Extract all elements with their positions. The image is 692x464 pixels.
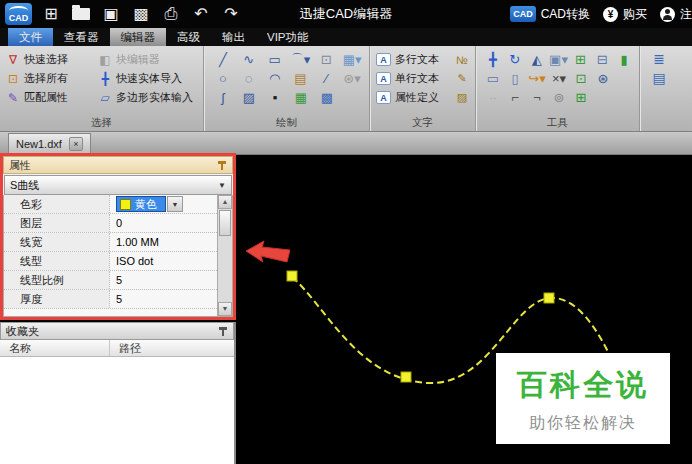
polyline-icon[interactable]: ⌒▾ xyxy=(287,50,313,69)
array-icon[interactable]: ⊟ xyxy=(591,50,613,69)
property-row-layer[interactable]: 图层 0 xyxy=(4,214,217,233)
fillet-icon[interactable]: ⌐ xyxy=(504,88,526,107)
property-row-color[interactable]: 色彩 黄色 ▼ xyxy=(4,195,217,214)
offset-icon[interactable]: ▣▾ xyxy=(548,50,570,69)
annotate-icon[interactable]: ▨ xyxy=(453,91,471,104)
image-insert-icon[interactable]: ▦▾ xyxy=(339,50,365,69)
menubar: 文件 查看器 编辑器 高级 输出 VIP功能 xyxy=(0,28,692,46)
copy-icon[interactable]: ⊞ xyxy=(569,50,591,69)
color-dropdown-icon[interactable]: ▼ xyxy=(167,196,183,212)
menu-file[interactable]: 文件 xyxy=(8,28,53,46)
tab-close-icon[interactable]: × xyxy=(69,137,83,151)
property-label: 图层 xyxy=(4,214,110,232)
raster-image-icon[interactable]: ▦ xyxy=(288,88,314,107)
properties-scrollbar[interactable]: ▲ ▼ xyxy=(217,195,232,316)
layers-icon[interactable]: ≣ xyxy=(646,50,672,69)
bound-rect-icon[interactable]: ▯ xyxy=(504,69,526,88)
document-tab[interactable]: New1.dxf × xyxy=(8,133,91,154)
chamfer-icon[interactable]: ¬ xyxy=(526,88,548,107)
pick-icon[interactable]: ↪▾ xyxy=(526,69,548,88)
circle-icon[interactable]: ○ xyxy=(210,69,236,88)
layer-list-icon[interactable]: ▤ xyxy=(646,69,672,88)
singleline-text-button[interactable]: A 单行文本 xyxy=(376,71,453,86)
quick-entity-import-button[interactable]: ╋ 快速实体导入 xyxy=(98,69,199,88)
register-button[interactable]: 注册 xyxy=(660,6,692,23)
pin-icon[interactable] xyxy=(217,160,227,171)
ribbon-group-layers: ≣ ▤ xyxy=(640,46,692,131)
menu-viewer[interactable]: 查看器 xyxy=(53,28,110,46)
point-style-icon[interactable]: ∙∙ xyxy=(482,88,504,107)
entity-type-dropdown[interactable]: S曲线 ▼ xyxy=(4,175,232,195)
block-icon[interactable]: ⊡ xyxy=(313,50,339,69)
trim-icon[interactable]: ×▾ xyxy=(548,69,570,88)
property-row-linetype-scale[interactable]: 线型比例 5 xyxy=(4,271,217,290)
block-editor-button[interactable]: ◧ 块编辑器 xyxy=(98,50,199,69)
new-file-icon[interactable]: ⊞ xyxy=(40,1,62,27)
group-icon[interactable]: ⊚ xyxy=(548,88,570,107)
base-rect-icon[interactable]: ▭ xyxy=(482,69,504,88)
copy-object-icon[interactable]: ⊡ xyxy=(570,69,592,88)
rotate-copy-icon[interactable]: ⊛ xyxy=(592,69,614,88)
rotate-icon[interactable]: ↻ xyxy=(504,50,526,69)
line-icon[interactable]: ╱ xyxy=(210,50,236,69)
select-all-button[interactable]: ⊡ 选择所有 xyxy=(6,69,94,88)
ellipse-icon[interactable]: ◌ xyxy=(236,69,262,88)
scroll-up-icon[interactable]: ▲ xyxy=(218,195,232,209)
menu-advanced[interactable]: 高级 xyxy=(166,28,211,46)
insert-block-icon[interactable]: ▤ xyxy=(287,69,313,88)
construction-line-icon[interactable]: ∕ xyxy=(313,69,339,88)
property-row-linetype[interactable]: 线型 ISO dot xyxy=(4,252,217,271)
add-table-icon[interactable]: ⊞ xyxy=(570,88,592,107)
ribbon-group-select: ∇ 快速选择 ⊡ 选择所有 ✎ 匹配属性 ◧ 块编辑器 ╋ 快速实体导入 xyxy=(0,46,204,131)
spline-icon[interactable]: ʃ xyxy=(210,88,236,107)
pin-icon[interactable] xyxy=(218,326,228,337)
property-value: 5 xyxy=(110,271,217,289)
favorites-title: 收藏夹 xyxy=(6,324,39,339)
menu-vip[interactable]: VIP功能 xyxy=(256,28,320,46)
match-properties-button[interactable]: ✎ 匹配属性 xyxy=(6,88,94,107)
table-icon[interactable]: ▩ xyxy=(314,88,340,107)
save-icon[interactable]: ▣ xyxy=(100,1,122,27)
undo-icon[interactable]: ↶ xyxy=(190,1,212,27)
scrollbar-thumb[interactable] xyxy=(219,210,231,236)
rectangle-icon[interactable]: ▭ xyxy=(262,50,288,69)
property-label: 色彩 xyxy=(4,195,110,213)
polygon-entity-input-button[interactable]: ▱ 多边形实体输入 xyxy=(98,88,199,107)
ribbon: ∇ 快速选择 ⊡ 选择所有 ✎ 匹配属性 ◧ 块编辑器 ╋ 快速实体导入 xyxy=(0,46,692,132)
ribbon-group-draw: ╱∿▭⌒▾⊡▦▾ ○◌◠▤∕⊛▾ ʃ▨▪▦▩ 绘制 xyxy=(204,46,370,131)
scrollbar-track[interactable] xyxy=(218,237,232,302)
brush-icon: ✎ xyxy=(6,91,20,105)
property-row-thickness[interactable]: 厚度 5 xyxy=(4,290,217,309)
point-icon[interactable]: ▪ xyxy=(262,88,288,107)
clone-icon[interactable]: ⊛▾ xyxy=(339,69,365,88)
menu-editor[interactable]: 编辑器 xyxy=(110,28,167,46)
scroll-down-icon[interactable]: ▼ xyxy=(218,302,232,316)
move-icon[interactable]: ╋ xyxy=(482,50,504,69)
buy-label: 购买 xyxy=(623,6,647,23)
redo-icon[interactable]: ↷ xyxy=(220,1,242,27)
chevron-down-icon: ▼ xyxy=(218,181,226,190)
favorites-list[interactable] xyxy=(0,357,234,464)
print-icon[interactable]: ⎙ xyxy=(160,1,182,27)
ribbon-group-text: A 多行文本 № A 单行文本 ✎ A 属性定义 ▨ 文字 xyxy=(370,46,476,131)
column-path[interactable]: 路径 xyxy=(110,340,141,356)
property-row-lineweight[interactable]: 线宽 1.00 MM xyxy=(4,233,217,252)
arc-icon[interactable]: ◠ xyxy=(262,69,288,88)
app-logo-icon[interactable]: CAD xyxy=(5,3,32,25)
hatch-icon[interactable]: ▨ xyxy=(236,88,262,107)
color-selection[interactable]: 黄色 xyxy=(116,196,166,212)
cad-convert-button[interactable]: CAD CAD转换 xyxy=(510,6,590,23)
open-folder-icon[interactable] xyxy=(72,8,90,20)
column-name[interactable]: 名称 xyxy=(0,340,110,356)
attribute-define-button[interactable]: A 属性定义 xyxy=(376,90,453,105)
menu-output[interactable]: 输出 xyxy=(211,28,256,46)
edit-text-icon[interactable]: ✎ xyxy=(453,72,471,85)
mirror-icon[interactable]: ◭ xyxy=(526,50,548,69)
numbering-icon[interactable]: № xyxy=(453,54,471,66)
explode-icon[interactable]: ▮ xyxy=(613,50,635,69)
buy-button[interactable]: ¥ 购买 xyxy=(603,6,647,23)
quick-select-button[interactable]: ∇ 快速选择 xyxy=(6,50,94,69)
multiline-text-button[interactable]: A 多行文本 xyxy=(376,52,453,67)
freehand-icon[interactable]: ∿ xyxy=(236,50,262,69)
save-as-icon[interactable]: ▩ xyxy=(130,1,152,27)
